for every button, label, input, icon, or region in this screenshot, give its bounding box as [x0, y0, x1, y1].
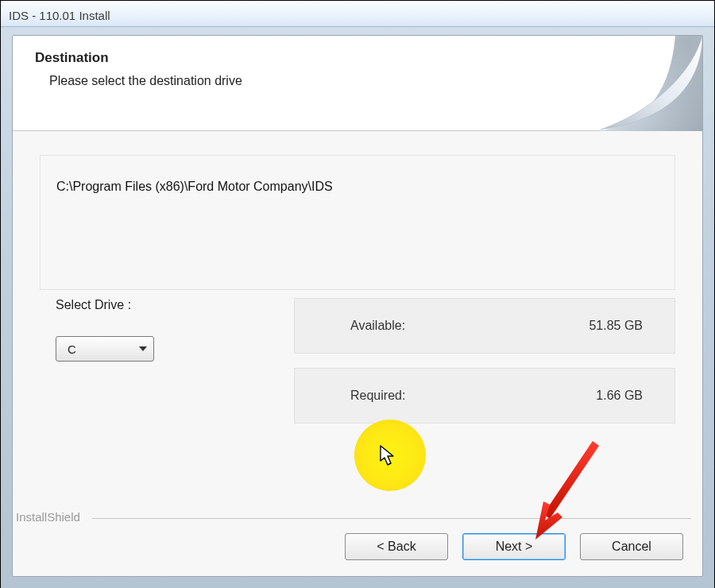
- client-area: Destination Please select the destinatio…: [12, 35, 703, 577]
- chevron-down-icon: [139, 346, 147, 351]
- drive-dropdown-value: C: [68, 342, 76, 356]
- select-drive-label: Select Drive :: [56, 298, 294, 312]
- next-button[interactable]: Next >: [462, 533, 566, 560]
- required-label: Required:: [350, 389, 405, 403]
- required-value: 1.66 GB: [596, 389, 643, 403]
- cursor-highlight: [354, 420, 426, 491]
- back-button[interactable]: < Back: [345, 533, 448, 560]
- installshield-brand: InstallShield: [16, 510, 80, 524]
- drive-selection-row: Select Drive : C Available: 51.85 GB Req…: [40, 298, 675, 424]
- available-space-row: Available: 51.85 GB: [294, 298, 675, 354]
- cancel-button[interactable]: Cancel: [580, 533, 683, 560]
- window-frame: Destination Please select the destinatio…: [1, 27, 714, 588]
- installer-window: IDS - 110.01 Install Destination Please …: [0, 0, 715, 588]
- footer-divider: [92, 518, 691, 519]
- space-stats: Available: 51.85 GB Required: 1.66 GB: [294, 298, 675, 424]
- window-title: IDS - 110.01 Install: [9, 9, 110, 22]
- drive-dropdown[interactable]: C: [56, 336, 154, 362]
- title-bar[interactable]: IDS - 110.01 Install: [1, 1, 714, 27]
- install-path: C:\Program Files (x86)\Ford Motor Compan…: [56, 180, 333, 193]
- install-path-panel: C:\Program Files (x86)\Ford Motor Compan…: [40, 155, 675, 290]
- required-space-row: Required: 1.66 GB: [294, 368, 675, 424]
- available-value: 51.85 GB: [589, 319, 643, 333]
- page-subtitle: Please select the destination drive: [49, 74, 680, 88]
- wizard-body: C:\Program Files (x86)\Ford Motor Compan…: [13, 131, 702, 424]
- wizard-buttons: < Back Next > Cancel: [345, 533, 683, 560]
- cursor-pointer-icon: [380, 445, 397, 467]
- available-label: Available:: [350, 319, 405, 333]
- wizard-header: Destination Please select the destinatio…: [13, 36, 702, 131]
- page-title: Destination: [35, 50, 680, 66]
